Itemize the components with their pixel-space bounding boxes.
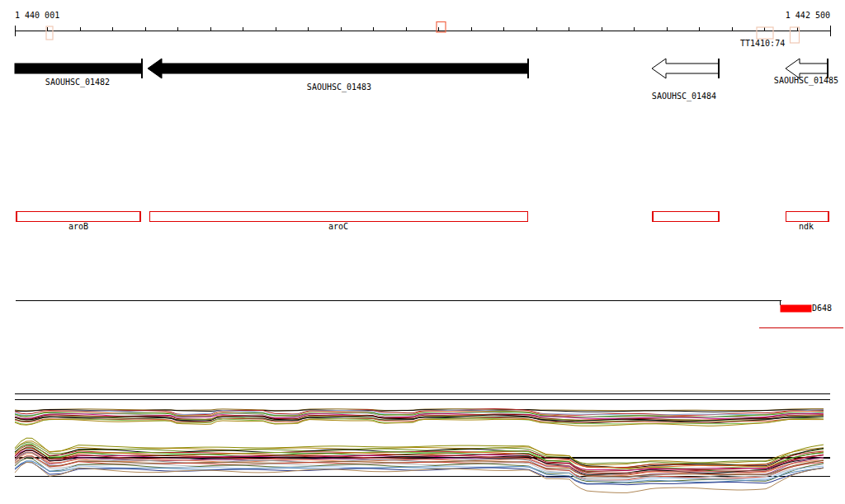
dna-feature-label-arob: aroB xyxy=(68,222,88,231)
gene-label-saouhsc-01484: SAOUHSC_01484 xyxy=(652,92,716,101)
gene-arrow-SAOUHSC_01483[interactable] xyxy=(148,59,528,78)
lower-coverage-band xyxy=(15,438,824,492)
gene-label-saouhsc-01485: SAOUHSC_01485 xyxy=(774,76,838,85)
dna-feature-box-unnamed[interactable] xyxy=(653,212,719,222)
dna-feature-box-aroB[interactable] xyxy=(17,212,140,222)
dna-feature-label-ndk: ndk xyxy=(799,222,814,231)
gene-arrow-SAOUHSC_01482[interactable] xyxy=(15,64,141,73)
annotation-track[interactable] xyxy=(16,301,843,328)
ruler-start-label: 1 440 001 xyxy=(15,11,59,20)
upper-coverage-band xyxy=(15,409,824,426)
gene-feature-arrows[interactable] xyxy=(15,59,828,78)
track-red-box-label: D648 xyxy=(812,304,832,313)
dna-feature-box-ndk[interactable] xyxy=(786,212,829,222)
dna-feature-boxes[interactable] xyxy=(17,212,828,222)
ruler-feature-boxes[interactable] xyxy=(46,22,800,44)
gene-arrow-SAOUHSC_01484[interactable] xyxy=(652,59,719,78)
dna-feature-box-aroC[interactable] xyxy=(150,212,528,222)
tt1410-label: TT1410:74 xyxy=(740,39,785,48)
dna-feature-label-aroc: aroC xyxy=(328,222,348,231)
ruler-end-label: 1 442 500 xyxy=(786,11,830,20)
track-red-feature-box[interactable] xyxy=(781,305,812,313)
genome-canvas xyxy=(0,0,845,504)
gene-label-saouhsc-01483: SAOUHSC_01483 xyxy=(307,82,371,92)
coverage-plot[interactable] xyxy=(15,394,830,493)
gene-label-saouhsc-01482: SAOUHSC_01482 xyxy=(45,78,110,87)
base-position-ruler[interactable] xyxy=(15,26,830,36)
genome-browser-window: 1 440 001 1 442 500 TT1410:74 SAOUHSC_01… xyxy=(0,0,845,504)
